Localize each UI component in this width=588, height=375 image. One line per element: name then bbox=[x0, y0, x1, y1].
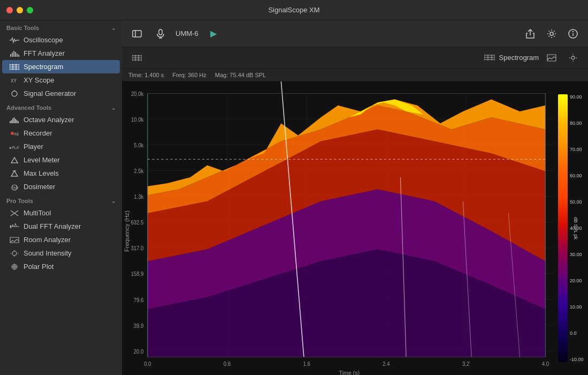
fullscreen-button[interactable] bbox=[27, 7, 33, 13]
sidebar-item-label: Signal Generator bbox=[24, 89, 76, 98]
svg-text:39.9: 39.9 bbox=[134, 322, 144, 328]
db-scale-label-container: dB SPL pk bbox=[564, 81, 587, 375]
main-toolbar: UMM-6 ▶ bbox=[122, 20, 588, 47]
sidebar-item-label: Recorder bbox=[24, 129, 52, 137]
svg-rect-1 bbox=[12, 52, 13, 57]
sidebar-item-xy-scope[interactable]: XY XY Scope bbox=[2, 73, 120, 87]
spectrogram-icon-small bbox=[484, 54, 495, 62]
svg-marker-27 bbox=[11, 171, 18, 176]
sidebar-item-player[interactable]: ▶PLAY Player bbox=[2, 140, 120, 153]
svg-text:10.0k: 10.0k bbox=[131, 117, 143, 123]
sidebar-item-label: Spectrogram bbox=[24, 63, 63, 71]
sidebar-item-label: Polar Plot bbox=[24, 262, 54, 271]
sidebar-item-label: Dosimeter bbox=[24, 183, 55, 191]
svg-point-23 bbox=[11, 132, 14, 135]
pro-tools-section: Pro Tools ⌄ bbox=[0, 193, 122, 206]
svg-rect-66 bbox=[547, 55, 556, 61]
oscilloscope-icon bbox=[10, 36, 19, 44]
play-button[interactable]: ▶ bbox=[205, 25, 222, 42]
sidebar-item-label: Max Levels bbox=[24, 169, 59, 177]
basic-tools-chevron[interactable]: ⌄ bbox=[111, 25, 116, 31]
sidebar-item-label: Oscilloscope bbox=[24, 36, 63, 44]
sidebar-item-signal-generator[interactable]: Signal Generator bbox=[2, 87, 120, 100]
level-icon bbox=[10, 156, 19, 164]
svg-rect-2 bbox=[13, 51, 14, 57]
sidebar-item-polar-plot[interactable]: Polar Plot bbox=[2, 260, 120, 273]
settings-button[interactable] bbox=[543, 25, 560, 42]
info-button[interactable] bbox=[564, 25, 582, 42]
sidebar-item-label: FFT Analyzer bbox=[24, 49, 65, 57]
close-button[interactable] bbox=[6, 7, 13, 13]
mic-button[interactable] bbox=[152, 25, 169, 42]
sidebar-item-spectrogram[interactable]: Spectrogram bbox=[2, 60, 120, 73]
sidebar-item-dosimeter[interactable]: %D Dosimeter bbox=[2, 180, 120, 193]
titlebar: SignalScope XM bbox=[0, 0, 588, 20]
intensity-icon bbox=[10, 250, 19, 257]
svg-marker-26 bbox=[11, 158, 18, 163]
toolbar-right bbox=[522, 25, 582, 42]
sidebar-toggle-button[interactable] bbox=[128, 25, 146, 42]
chart-type-button[interactable] bbox=[543, 49, 560, 66]
advanced-tools-chevron[interactable]: ⌄ bbox=[111, 105, 116, 111]
sidebar-item-sound-intensity[interactable]: Sound Intensity bbox=[2, 246, 120, 260]
svg-text:2.5k: 2.5k bbox=[134, 168, 143, 174]
svg-text:0.8: 0.8 bbox=[224, 361, 231, 367]
sidebar-item-label: Dual FFT Analyzer bbox=[24, 222, 81, 230]
spectrogram-chart[interactable]: 20.0k 10.0k 5.0k 2.5k 1.3k 632.5 317.0 1… bbox=[122, 81, 588, 375]
sub-toolbar-right: Spectrogram bbox=[484, 49, 582, 66]
device-selector[interactable]: UMM-6 bbox=[175, 29, 198, 38]
chart-settings-button[interactable] bbox=[564, 49, 582, 66]
svg-rect-18 bbox=[12, 118, 13, 123]
room-icon bbox=[10, 236, 19, 244]
octave-icon bbox=[10, 116, 19, 124]
signal-gen-icon bbox=[10, 90, 19, 98]
device-name: UMM-6 bbox=[175, 29, 198, 38]
svg-rect-22 bbox=[18, 121, 19, 123]
svg-rect-43 bbox=[133, 31, 141, 37]
pro-tools-chevron[interactable]: ⌄ bbox=[111, 198, 116, 204]
svg-rect-0 bbox=[10, 54, 11, 57]
xy-icon: XY bbox=[10, 77, 19, 84]
sidebar-item-label: Octave Analyzer bbox=[24, 116, 74, 124]
sidebar-item-dual-fft[interactable]: Dual FFT Analyzer bbox=[2, 220, 120, 233]
svg-text:1.3k: 1.3k bbox=[134, 194, 143, 200]
sidebar-item-octave[interactable]: Octave Analyzer bbox=[2, 113, 120, 126]
svg-text:3.2: 3.2 bbox=[462, 361, 469, 367]
fft-icon bbox=[10, 50, 19, 57]
basic-tools-label: Basic Tools bbox=[6, 25, 39, 31]
sidebar-item-multitool[interactable]: MultiTool bbox=[2, 206, 120, 220]
svg-rect-21 bbox=[17, 120, 18, 123]
dual-fft-icon bbox=[10, 223, 19, 230]
advanced-tools-section: Advanced Tools ⌄ bbox=[0, 100, 122, 113]
svg-text:317.0: 317.0 bbox=[131, 245, 143, 251]
svg-rect-17 bbox=[11, 120, 12, 123]
minimize-button[interactable] bbox=[17, 7, 23, 13]
color-scale: 90.00 80.00 70.00 60.00 50.00 40.00 30.0… bbox=[556, 81, 588, 375]
svg-point-67 bbox=[571, 56, 575, 59]
status-freq: Freq: 360 Hz bbox=[172, 72, 207, 78]
svg-text:158.9: 158.9 bbox=[131, 271, 143, 277]
sidebar-item-fft[interactable]: FFT Analyzer bbox=[2, 47, 120, 60]
recorder-icon: REC bbox=[10, 130, 19, 137]
advanced-tools-label: Advanced Tools bbox=[6, 104, 51, 111]
max-levels-icon bbox=[10, 170, 19, 177]
sidebar-item-label: MultiTool bbox=[24, 209, 51, 217]
share-button[interactable] bbox=[522, 25, 539, 42]
basic-tools-section: Basic Tools ⌄ bbox=[0, 20, 122, 33]
player-icon: ▶PLAY bbox=[10, 143, 19, 151]
spectrogram-view-button[interactable] bbox=[128, 49, 146, 66]
chart-area: 20.0k 10.0k 5.0k 2.5k 1.3k 632.5 317.0 1… bbox=[122, 81, 588, 375]
sidebar-item-label: XY Scope bbox=[24, 76, 55, 84]
svg-text:1.6: 1.6 bbox=[303, 361, 311, 367]
sidebar-item-max-levels[interactable]: Max Levels bbox=[2, 167, 120, 180]
sidebar-item-recorder[interactable]: REC Recorder bbox=[2, 126, 120, 140]
sidebar-item-room-analyzer[interactable]: Room Analyzer bbox=[2, 233, 120, 246]
svg-rect-4 bbox=[17, 54, 18, 57]
svg-rect-5 bbox=[18, 55, 19, 57]
svg-rect-3 bbox=[15, 52, 16, 57]
multitool-icon bbox=[10, 209, 19, 217]
sidebar-item-level-meter[interactable]: Level Meter bbox=[2, 153, 120, 167]
sidebar-item-oscilloscope[interactable]: Oscilloscope bbox=[2, 33, 120, 47]
svg-text:4.0: 4.0 bbox=[542, 361, 549, 367]
db-scale-label: dB SPL pk bbox=[573, 217, 578, 239]
